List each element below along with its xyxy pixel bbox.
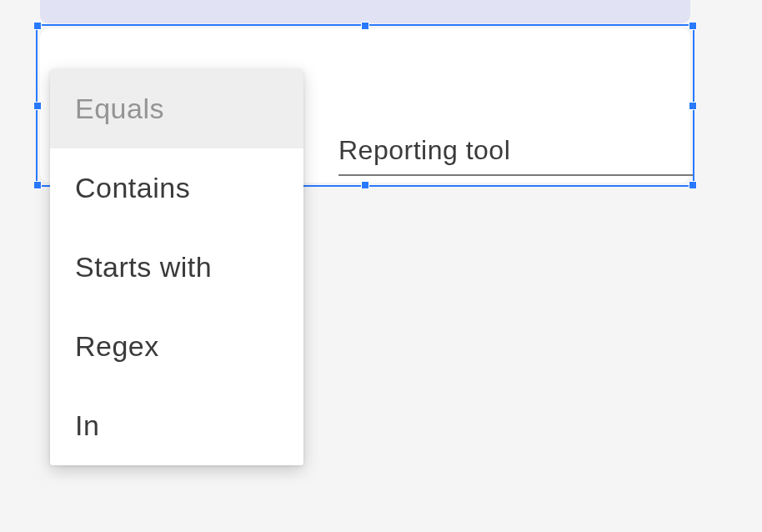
dropdown-option-in[interactable]: In [50,386,303,465]
resize-handle-ne[interactable] [689,22,697,30]
dropdown-option-regex[interactable]: Regex [50,307,303,386]
operator-dropdown[interactable]: Equals Contains Starts with Regex In [50,69,303,465]
dropdown-option-equals[interactable]: Equals [50,69,303,148]
resize-handle-nw[interactable] [33,22,42,30]
adjacent-panel [40,0,690,23]
dropdown-option-starts-with[interactable]: Starts with [50,228,303,307]
value-input[interactable]: Reporting tool [338,135,694,176]
resize-handle-se[interactable] [689,181,697,189]
dropdown-option-contains[interactable]: Contains [50,148,303,228]
resize-handle-sw[interactable] [33,181,42,189]
